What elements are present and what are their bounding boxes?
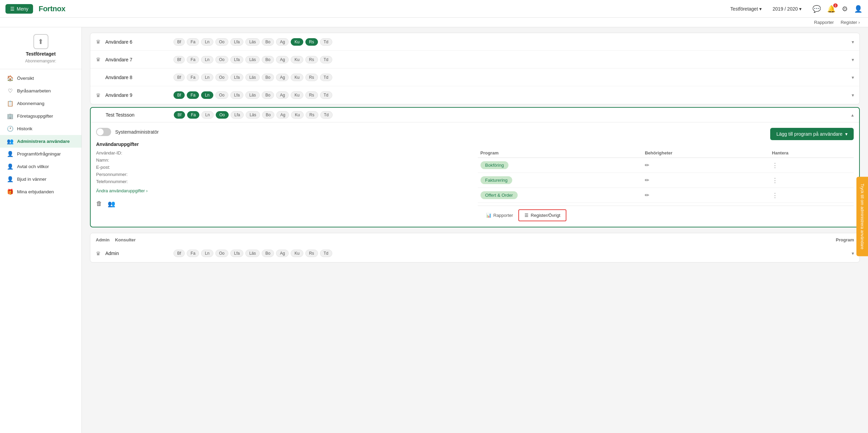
- user-badge[interactable]: Td: [320, 111, 333, 119]
- user-badge[interactable]: Fa: [187, 111, 199, 119]
- user-badge[interactable]: Ln: [201, 38, 213, 46]
- user-badge[interactable]: Ku: [291, 38, 303, 46]
- user-badge[interactable]: Fa: [187, 74, 199, 81]
- user-badge[interactable]: Fa: [187, 91, 199, 99]
- user-badge[interactable]: Ln: [201, 111, 213, 119]
- user-badge[interactable]: Bf: [173, 91, 185, 99]
- user-badge[interactable]: Ku: [291, 111, 304, 119]
- user-badge[interactable]: Lfa: [230, 250, 244, 257]
- year-selector[interactable]: 2019 / 2020 ▾: [773, 6, 802, 12]
- user-badge[interactable]: Ku: [291, 74, 303, 81]
- register-link[interactable]: Register ›: [841, 20, 860, 25]
- user-badge[interactable]: Ln: [201, 91, 213, 99]
- sidebar-item-historik[interactable]: 🕐 Historik: [0, 122, 81, 135]
- user-badge[interactable]: Läs: [245, 56, 259, 63]
- profile-icon[interactable]: 👤: [854, 5, 863, 13]
- user-badge[interactable]: Bo: [262, 74, 274, 81]
- user-badge[interactable]: Td: [320, 91, 332, 99]
- more-options-icon[interactable]: ⋮: [772, 162, 778, 169]
- user-badge[interactable]: Oo: [215, 56, 228, 63]
- user-badge[interactable]: Ln: [201, 250, 213, 257]
- expand-chevron[interactable]: ▾: [852, 57, 854, 62]
- sidebar-item-abonnemang[interactable]: 📋 Abonnemang: [0, 97, 81, 110]
- more-options-icon[interactable]: ⋮: [772, 192, 778, 199]
- user-badge[interactable]: Ag: [276, 250, 289, 257]
- user-badge[interactable]: Ln: [201, 74, 213, 81]
- user-badge[interactable]: Läs: [245, 74, 259, 81]
- user-badge[interactable]: Td: [320, 250, 332, 257]
- more-options-icon[interactable]: ⋮: [772, 177, 778, 184]
- user-badge[interactable]: Td: [320, 56, 332, 63]
- user-badge[interactable]: Rs: [306, 111, 318, 119]
- settings-icon[interactable]: ⚙: [842, 5, 848, 13]
- table-row[interactable]: ♛ Admin BfFaLnOoLfaLäsBoAgKuRsTd ▾: [90, 244, 859, 262]
- user-badge[interactable]: Rs: [305, 91, 318, 99]
- sidebar-item-programforfrågningar[interactable]: 👤 Programförfrågningar: [0, 148, 81, 160]
- user-badge[interactable]: Fa: [187, 250, 199, 257]
- add-program-button[interactable]: Lägg till program på användare ▾: [770, 128, 854, 140]
- sidebar-item-byrasamarbeten[interactable]: ♡ Byråsamarbeten: [0, 85, 81, 97]
- tab-rapporter[interactable]: 📊 Rapporter: [481, 210, 519, 221]
- tab-register[interactable]: ☰ Register/Övrigt: [518, 209, 566, 221]
- user-badge[interactable]: Bo: [262, 250, 274, 257]
- user-badge[interactable]: Lfa: [231, 111, 244, 119]
- user-badge[interactable]: Oo: [216, 111, 229, 119]
- user-badge[interactable]: Td: [320, 38, 332, 46]
- expand-chevron[interactable]: ▾: [852, 75, 854, 80]
- rapporter-link[interactable]: Rapporter: [814, 20, 834, 25]
- user-badge[interactable]: Bo: [262, 56, 274, 63]
- notification-icon[interactable]: 🔔 1: [827, 5, 836, 13]
- expand-chevron[interactable]: ▾: [852, 251, 854, 256]
- user-badge[interactable]: Ku: [291, 56, 303, 63]
- user-badge[interactable]: Rs: [305, 250, 318, 257]
- user-badge[interactable]: Bf: [173, 250, 185, 257]
- edit-icon[interactable]: ✏: [645, 177, 649, 183]
- expand-chevron[interactable]: ▾: [852, 39, 854, 45]
- user-badge[interactable]: Ag: [276, 91, 289, 99]
- change-user-link[interactable]: Ändra användaruppgifter ›: [96, 188, 472, 193]
- user-badge[interactable]: Lfa: [230, 91, 244, 99]
- user-badge[interactable]: Td: [320, 74, 332, 81]
- transfer-icon[interactable]: 👥: [108, 200, 115, 208]
- user-badge[interactable]: Läs: [245, 91, 259, 99]
- sidebar-item-bjud-in-vanner[interactable]: 👤 Bjud in vänner: [0, 173, 81, 185]
- edit-icon[interactable]: ✏: [645, 162, 649, 168]
- sidebar-item-oversikt[interactable]: 🏠 Översikt: [0, 72, 81, 85]
- user-badge[interactable]: Läs: [246, 111, 260, 119]
- user-badge[interactable]: Oo: [215, 38, 228, 46]
- sysadmin-toggle[interactable]: [96, 128, 111, 136]
- user-badge[interactable]: Rs: [305, 56, 318, 63]
- side-label[interactable]: Tryck till om administrera användare: [856, 177, 868, 256]
- sidebar-item-foretagsuppgifter[interactable]: 🏢 Företagsuppgifter: [0, 110, 81, 122]
- user-badge[interactable]: Bf: [174, 111, 185, 119]
- user-badge[interactable]: Rs: [305, 74, 318, 81]
- user-badge[interactable]: Ag: [276, 74, 289, 81]
- user-badge[interactable]: Fa: [187, 38, 199, 46]
- expand-chevron[interactable]: ▾: [852, 92, 854, 98]
- table-row[interactable]: ♛ Användare 9 BfFaLnOoLfaLäsBoAgKuRsTd ▾: [90, 86, 859, 104]
- user-badge[interactable]: Oo: [215, 91, 228, 99]
- company-selector[interactable]: Testföretaget ▾: [730, 6, 762, 12]
- chat-icon[interactable]: 💬: [812, 5, 821, 13]
- user-badge[interactable]: Fa: [187, 56, 199, 63]
- table-row[interactable]: Användare 8 BfFaLnOoLfaLäsBoAgKuRsTd ▾: [90, 69, 859, 86]
- user-badge[interactable]: Ln: [201, 56, 213, 63]
- user-badge[interactable]: Läs: [245, 38, 259, 46]
- table-row[interactable]: ♛ Användare 7 BfFaLnOoLfaLäsBoAgKuRsTd ▾: [90, 51, 859, 69]
- user-badge[interactable]: Rs: [305, 38, 318, 46]
- table-row[interactable]: ♛ Användare 6 BfFaLnOoLfaLäsBoAgKuRsTd ▾: [90, 33, 859, 51]
- menu-button[interactable]: ☰ Meny: [5, 4, 33, 14]
- user-badge[interactable]: Lfa: [230, 56, 244, 63]
- user-badge[interactable]: Ku: [291, 91, 303, 99]
- user-badge[interactable]: Oo: [215, 250, 228, 257]
- user-badge[interactable]: Ku: [291, 250, 303, 257]
- user-badge[interactable]: Ag: [276, 38, 289, 46]
- user-badge[interactable]: Bf: [173, 56, 185, 63]
- user-badge[interactable]: Ag: [276, 56, 289, 63]
- sidebar-item-avtal-och-villkor[interactable]: 👤 Avtal och villkor: [0, 160, 81, 173]
- user-badge[interactable]: Oo: [215, 74, 228, 81]
- user-badge[interactable]: Lfa: [230, 38, 244, 46]
- delete-icon[interactable]: 🗑: [96, 200, 102, 208]
- sidebar-item-administrera-anvandare[interactable]: 👥 Administrera användare: [0, 135, 81, 148]
- user-badge[interactable]: Bo: [262, 91, 274, 99]
